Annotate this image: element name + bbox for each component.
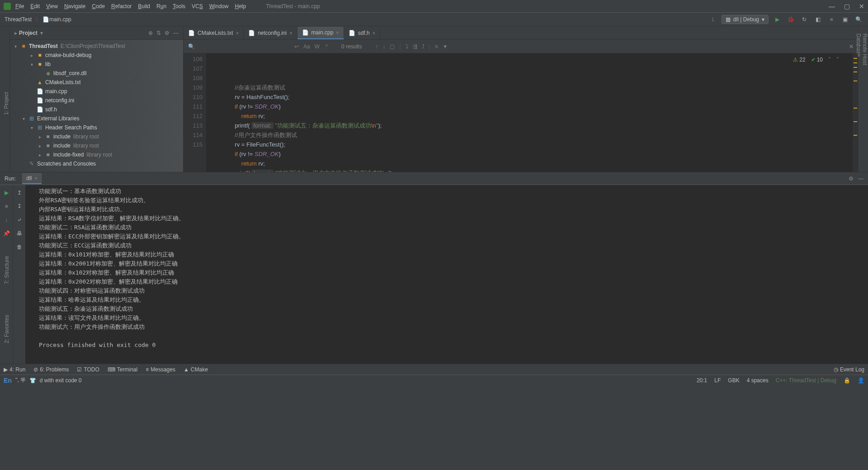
run-button[interactable]: ▶ bbox=[772, 14, 782, 24]
tree-item[interactable]: ▸■include-fixedlibrary root bbox=[10, 150, 183, 159]
close-icon[interactable]: × bbox=[289, 30, 292, 36]
print-icon[interactable]: 🖶 bbox=[14, 228, 24, 238]
tree-item[interactable]: 📄netconfig.ini bbox=[10, 96, 183, 105]
menu-file[interactable]: File bbox=[15, 3, 24, 9]
editor-tab[interactable]: 📄main.cpp× bbox=[297, 27, 344, 39]
settings-icon[interactable]: ⚙ bbox=[165, 30, 170, 36]
lock-icon[interactable]: 🔒 bbox=[844, 377, 850, 384]
tab-cmake[interactable]: ▲ CMake bbox=[184, 366, 208, 373]
project-tree[interactable]: ▾ ■ ThreadTest E:\ClionProject\ThreadTes… bbox=[10, 40, 183, 172]
menu-tools[interactable]: Tools bbox=[173, 3, 185, 9]
tree-item[interactable]: ▸■includelibrary root bbox=[10, 132, 183, 141]
stripe-favorites-tab[interactable]: 2: Favorites bbox=[4, 312, 10, 346]
expand-icon[interactable]: ⇅ bbox=[156, 30, 161, 36]
tree-item[interactable]: ▸■includelibrary root bbox=[10, 141, 183, 150]
stop-button[interactable]: ■ bbox=[826, 14, 836, 24]
warning-count[interactable]: 22 bbox=[793, 55, 805, 65]
up-stack-icon[interactable]: ↥ bbox=[14, 188, 24, 198]
add-selection-icon[interactable]: ⤵ bbox=[406, 43, 408, 50]
breadcrumb-file[interactable]: main.cpp bbox=[49, 16, 71, 23]
tree-item[interactable]: 📄main.cpp bbox=[10, 87, 183, 96]
menu-vcs[interactable]: VCS bbox=[192, 3, 203, 9]
debug-button[interactable]: 🐞 bbox=[786, 14, 796, 24]
layout-button[interactable]: ▣ bbox=[840, 14, 850, 24]
editor-tab[interactable]: 📄sdf.h× bbox=[344, 27, 380, 39]
build-context[interactable]: C++: ThreadTest | Debug bbox=[776, 377, 836, 384]
menu-navigate[interactable]: Navigate bbox=[64, 3, 85, 9]
ime-half-icon[interactable]: ", 半 bbox=[15, 376, 26, 384]
prev-match-icon[interactable]: ↑ bbox=[375, 43, 378, 50]
stop-run-button[interactable]: ■ bbox=[1, 201, 11, 211]
nav-up-icon[interactable]: ˄ bbox=[828, 55, 831, 65]
regex-icon[interactable]: .* bbox=[324, 43, 328, 50]
ime-indicator[interactable]: En bbox=[4, 377, 12, 384]
menu-refactor[interactable]: Refactor bbox=[111, 3, 132, 9]
match-case-icon[interactable]: Aa bbox=[303, 43, 310, 50]
menu-view[interactable]: View bbox=[46, 3, 58, 9]
search-everywhere-icon[interactable]: 🔍 bbox=[854, 14, 863, 24]
line-ending[interactable]: LF bbox=[714, 377, 721, 384]
filter-icon[interactable]: ▼ bbox=[443, 43, 448, 50]
tree-item[interactable]: ▾■lib bbox=[10, 60, 183, 69]
minimize-button[interactable]: — bbox=[829, 3, 835, 10]
tree-item[interactable]: ▸■cmake-build-debug bbox=[10, 51, 183, 60]
tab-terminal[interactable]: ⌨ Terminal bbox=[108, 366, 137, 373]
run-config-selector[interactable]: ▦ dll | Debug ▾ bbox=[722, 15, 769, 24]
project-panel-title[interactable]: Project bbox=[19, 30, 38, 36]
breadcrumb-project[interactable]: ThreadTest bbox=[5, 16, 32, 23]
caret-position[interactable]: 20:1 bbox=[697, 377, 707, 384]
select-all-icon[interactable]: ▢ bbox=[390, 43, 395, 50]
ime-shirt-icon[interactable]: 👕 bbox=[29, 377, 36, 384]
tree-item[interactable]: ▾⊞Header Search Paths bbox=[10, 123, 183, 132]
error-stripe[interactable] bbox=[853, 53, 858, 172]
profile-button[interactable]: ◧ bbox=[813, 14, 823, 24]
pin-button[interactable]: 📌 bbox=[1, 228, 11, 238]
wrap-icon[interactable]: ⤶ bbox=[14, 215, 24, 225]
editor-tab[interactable]: 📄CMakeLists.txt× bbox=[184, 27, 244, 39]
search-input[interactable] bbox=[199, 43, 290, 50]
coverage-button[interactable]: ↻ bbox=[799, 14, 809, 24]
tab-messages[interactable]: ≡ Messages bbox=[146, 366, 175, 373]
tree-item[interactable]: ◆libsdf_core.dll bbox=[10, 69, 183, 78]
tab-run[interactable]: ▶ 4: Run bbox=[4, 366, 25, 373]
words-icon[interactable]: W bbox=[315, 43, 320, 50]
tree-item[interactable]: ▲CMakeLists.txt bbox=[10, 78, 183, 87]
next-match-icon[interactable]: ↓ bbox=[382, 43, 385, 50]
editor-tab[interactable]: 📄netconfig.ini× bbox=[244, 27, 297, 39]
ok-count[interactable]: 10 bbox=[811, 55, 823, 65]
stripe-structure-tab[interactable]: 7: Structure bbox=[4, 253, 10, 287]
maximize-button[interactable]: ▢ bbox=[844, 3, 850, 10]
tab-problems[interactable]: ⊘ 6: Problems bbox=[33, 366, 69, 373]
close-icon[interactable]: × bbox=[236, 30, 239, 36]
remove-occ-icon[interactable]: ⤴ bbox=[422, 43, 425, 50]
tree-item[interactable]: 📄sdf.h bbox=[10, 105, 183, 114]
build-hammer-icon[interactable]: ⤹ bbox=[708, 14, 718, 24]
clear-icon[interactable]: 🗑 bbox=[14, 242, 24, 252]
close-icon[interactable]: × bbox=[336, 30, 339, 35]
menu-build[interactable]: Build bbox=[138, 3, 150, 9]
nav-down-icon[interactable]: ˅ bbox=[836, 55, 839, 65]
select-occ-icon[interactable]: ⇶ bbox=[413, 43, 417, 50]
inspection-indicators[interactable]: 22 10 ˄ ˅ bbox=[793, 55, 839, 65]
indent-setting[interactable]: 4 spaces bbox=[747, 377, 769, 384]
close-icon[interactable]: × bbox=[373, 30, 375, 36]
hide-icon[interactable]: — bbox=[173, 30, 179, 36]
prev-search-icon[interactable]: ↩ bbox=[294, 43, 299, 50]
menu-help[interactable]: Help bbox=[235, 3, 246, 9]
minimize-panel-icon[interactable]: — bbox=[858, 176, 863, 182]
inspector-icon[interactable]: 👤 bbox=[858, 377, 864, 384]
down-stack-icon[interactable]: ↧ bbox=[14, 201, 24, 211]
stripe-remote-host[interactable]: Remote Host bbox=[862, 31, 868, 172]
menu-code[interactable]: Code bbox=[92, 3, 105, 9]
exit-button[interactable]: ↓ bbox=[1, 215, 11, 225]
tab-event-log[interactable]: ◷ Event Log bbox=[834, 366, 864, 373]
gear-icon[interactable]: ⚙ bbox=[849, 176, 854, 182]
locate-icon[interactable]: ⊕ bbox=[148, 30, 153, 36]
close-icon[interactable]: × bbox=[34, 176, 37, 181]
filter-settings-icon[interactable]: ≡ bbox=[435, 43, 438, 50]
tree-root[interactable]: ▾ ■ ThreadTest E:\ClionProject\ThreadTes… bbox=[10, 42, 183, 51]
close-find-icon[interactable]: ✕ bbox=[849, 43, 854, 50]
menu-edit[interactable]: Edit bbox=[30, 3, 40, 9]
tab-todo[interactable]: ☑ TODO bbox=[77, 366, 99, 373]
close-button[interactable]: ✕ bbox=[859, 3, 864, 10]
